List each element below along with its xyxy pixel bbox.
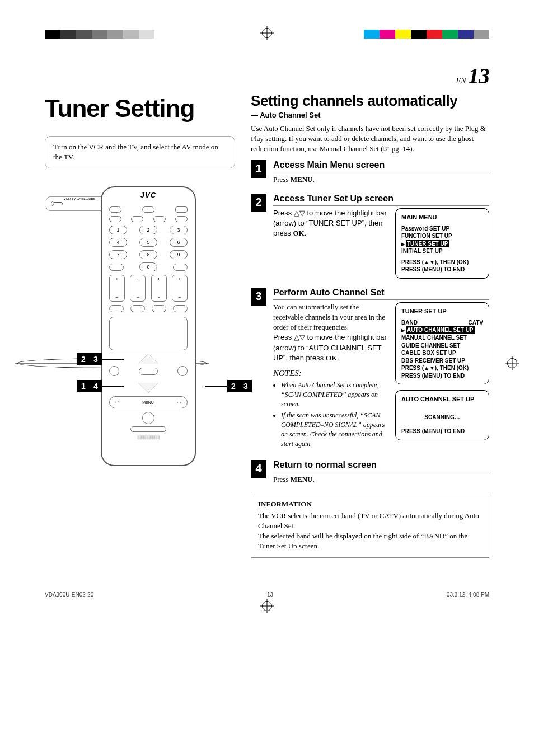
page-footer: VDA300U-EN02-20 13 03.3.12, 4:08 PM bbox=[45, 591, 489, 598]
step-text: Press MENU. bbox=[273, 175, 489, 185]
information-box: INFORMATION The VCR selects the correct … bbox=[251, 494, 489, 558]
info-heading: INFORMATION bbox=[258, 500, 482, 509]
page-number: EN 13 bbox=[45, 63, 489, 89]
printer-bottom-bar bbox=[45, 601, 489, 611]
remote-diagram: VCR TV CABLE/DBS JVC 1 2 3 bbox=[45, 186, 235, 472]
callout-tag: 2 3 bbox=[77, 353, 124, 365]
color-swatches bbox=[364, 30, 489, 39]
callout-tag: 2 3 bbox=[205, 380, 252, 392]
keypad-6: 6 bbox=[170, 238, 188, 247]
keypad-8: 8 bbox=[139, 250, 157, 259]
step-title: Access Main Menu screen bbox=[273, 160, 489, 172]
keypad-0: 0 bbox=[139, 262, 157, 271]
keypad-1: 1 bbox=[109, 226, 127, 234]
keypad-5: 5 bbox=[139, 238, 157, 247]
keypad-9: 9 bbox=[170, 250, 188, 259]
grayscale-swatches bbox=[45, 30, 154, 39]
manual-page: EN 13 Tuner Setting Turn on the VCR and … bbox=[0, 0, 534, 645]
step-number-icon: 2 bbox=[251, 194, 266, 212]
footer-left: VDA300U-EN02-20 bbox=[45, 591, 93, 598]
transport-controls bbox=[109, 317, 188, 350]
rocker: +− bbox=[151, 275, 167, 302]
section-heading: Setting channels automatically bbox=[251, 92, 489, 110]
registration-mark-icon bbox=[507, 358, 517, 368]
keypad-3: 3 bbox=[170, 226, 188, 234]
notes-heading: NOTES: bbox=[273, 368, 388, 379]
step-text: You can automatically set the receivable… bbox=[273, 302, 388, 451]
page-number-value: 13 bbox=[468, 63, 489, 88]
step-title: Perform Auto Channel Set bbox=[273, 288, 489, 300]
brand-logo: JVC bbox=[102, 191, 195, 199]
rocker: +− bbox=[109, 275, 125, 302]
step-text: Press MENU. bbox=[273, 475, 489, 485]
step-1: 1 Access Main Menu screen Press MENU. bbox=[251, 160, 489, 185]
section-intro: Use Auto Channel Set only if channels ha… bbox=[251, 124, 489, 154]
instruction-box: Turn on the VCR and the TV, and select t… bbox=[45, 136, 235, 168]
lang-label: EN bbox=[456, 77, 466, 85]
step-title: Return to normal screen bbox=[273, 460, 489, 472]
osd-auto-channel: AUTO CHANNEL SET UP SCANNING… PRESS (MEN… bbox=[395, 390, 489, 440]
footer-center: 13 bbox=[267, 591, 273, 598]
step-title: Access Tuner Set Up screen bbox=[273, 194, 489, 206]
rocker: +− bbox=[130, 275, 146, 302]
menu-bar-button: ↩MENU▭ bbox=[109, 396, 188, 408]
right-column: Setting channels automatically — Auto Ch… bbox=[251, 92, 489, 558]
left-column: Tuner Setting Turn on the VCR and the TV… bbox=[45, 92, 235, 558]
osd-tuner-setup: TUNER SET UP BANDCATV AUTO CHANNEL SET U… bbox=[395, 302, 489, 384]
step-text: Press △▽ to move the highlight bar (arro… bbox=[273, 208, 388, 279]
remote-body: JVC 1 2 3 4 5 6 bbox=[101, 186, 196, 466]
step-4: 4 Return to normal screen Press MENU. bbox=[251, 460, 489, 485]
printer-top-bar bbox=[45, 28, 489, 40]
osd-main-menu: MAIN MENU Password SET UP FUNCTION SET U… bbox=[395, 208, 489, 279]
callout-tag: 1 4 bbox=[77, 380, 124, 392]
footer-right: 03.3.12, 4:08 PM bbox=[447, 591, 489, 598]
keypad-7: 7 bbox=[109, 250, 127, 259]
step-number-icon: 3 bbox=[251, 288, 266, 306]
rocker: +− bbox=[172, 275, 188, 302]
section-subheading: — Auto Channel Set bbox=[251, 111, 489, 119]
step-2: 2 Access Tuner Set Up screen Press △▽ to… bbox=[251, 194, 489, 279]
registration-mark-icon bbox=[262, 28, 272, 38]
step-number-icon: 1 bbox=[251, 160, 266, 178]
notes-list: When Auto Channel Set is complete, “SCAN… bbox=[273, 381, 388, 449]
step-number-icon: 4 bbox=[251, 460, 266, 478]
keypad-4: 4 bbox=[109, 238, 127, 247]
keypad-2: 2 bbox=[139, 226, 157, 234]
registration-mark-icon bbox=[262, 601, 272, 611]
step-3: 3 Perform Auto Channel Set You can autom… bbox=[251, 288, 489, 451]
info-text: The VCR selects the correct band (TV or … bbox=[258, 511, 482, 552]
page-title: Tuner Setting bbox=[45, 95, 235, 123]
